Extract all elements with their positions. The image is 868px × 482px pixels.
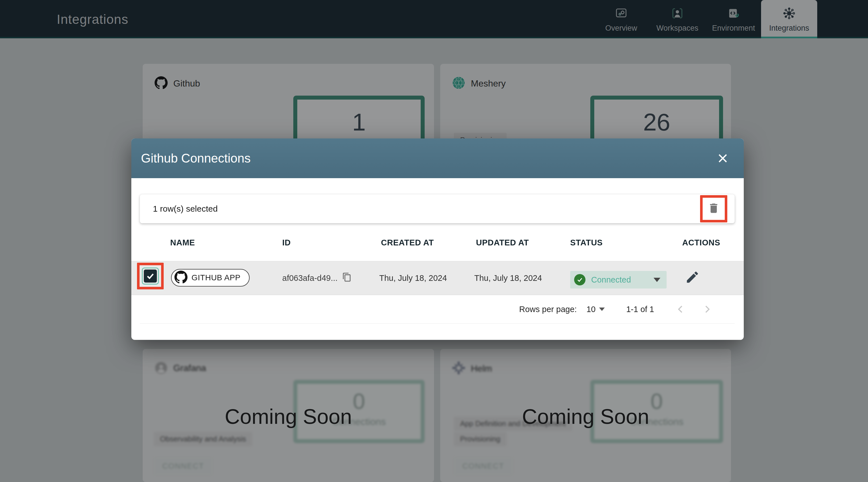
rows-per-page-label: Rows per page: xyxy=(519,305,577,314)
integrations-page: Integrations Overview xyxy=(0,0,868,482)
close-icon[interactable] xyxy=(716,152,729,164)
edit-connection-button[interactable] xyxy=(685,270,701,286)
column-header-updated-at: UPDATED AT xyxy=(476,233,529,252)
rows-per-page-value: 10 xyxy=(586,305,595,314)
rows-per-page-select[interactable]: 10 xyxy=(586,305,604,314)
copy-icon[interactable] xyxy=(342,272,352,284)
delete-selected-button[interactable] xyxy=(700,195,727,222)
column-header-name: NAME xyxy=(170,233,195,252)
previous-page-button[interactable] xyxy=(674,303,687,316)
selection-toolbar: 1 row(s) selected xyxy=(140,194,735,223)
column-header-id: ID xyxy=(282,233,291,252)
table-row: GITHUB APP af063afa-d49... Thu, July 18,… xyxy=(131,261,744,295)
next-page-button[interactable] xyxy=(701,303,714,316)
github-octocat-icon xyxy=(175,271,187,285)
modal-title: Github Connections xyxy=(141,151,250,165)
connection-id: af063afa-d49... xyxy=(282,273,338,283)
edit-pencil-icon xyxy=(685,280,700,285)
modal-header: Github Connections xyxy=(131,139,744,178)
dropdown-caret-icon xyxy=(599,307,605,311)
row-select-checkbox[interactable] xyxy=(144,270,157,282)
check-circle-icon xyxy=(574,274,586,285)
connection-name: GITHUB APP xyxy=(191,273,241,282)
status-value: Connected xyxy=(591,275,631,284)
column-header-actions: ACTIONS xyxy=(682,233,720,252)
status-dropdown[interactable]: Connected xyxy=(570,271,666,289)
dropdown-caret-icon xyxy=(654,278,660,282)
connection-name-chip[interactable]: GITHUB APP xyxy=(171,269,250,287)
updated-at-value: Thu, July 18, 2024 xyxy=(474,261,542,295)
created-at-value: Thu, July 18, 2024 xyxy=(379,261,447,295)
selection-count-text: 1 row(s) selected xyxy=(153,204,218,214)
trash-icon xyxy=(708,202,720,216)
chevron-left-icon xyxy=(675,304,686,314)
table-pagination: Rows per page: 10 1-1 of 1 xyxy=(140,295,735,324)
row-select-highlight xyxy=(137,263,164,290)
checkbox-check-icon xyxy=(146,271,155,281)
pagination-range: 1-1 of 1 xyxy=(626,305,654,314)
column-header-created-at: CREATED AT xyxy=(381,233,434,252)
chevron-right-icon xyxy=(702,304,713,314)
github-connections-modal: Github Connections 1 row(s) selected xyxy=(131,139,744,340)
column-header-status: STATUS xyxy=(570,233,603,252)
